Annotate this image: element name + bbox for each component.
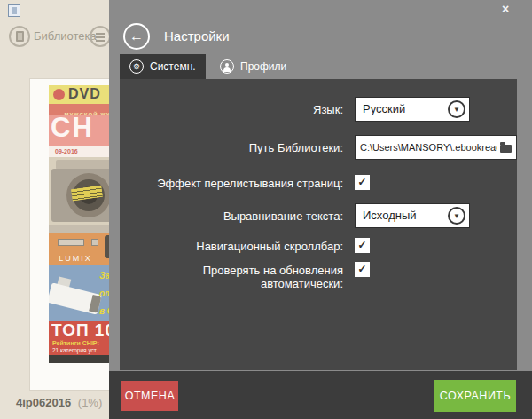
settings-form: Язык: Русский ▼ Путь Библиотеки: Эффект … [120, 79, 517, 370]
list-icon [96, 33, 105, 35]
cover-chip-badge-icon [53, 89, 65, 100]
check-icon: ✓ [357, 176, 366, 188]
cctv-camera [49, 282, 102, 314]
cover-issue-text: 09-2016 [55, 148, 78, 154]
text-align-label: Выравнивание текста: [120, 210, 343, 223]
book-caption: 4ip062016 (1%) [16, 396, 102, 409]
language-label: Язык: [120, 103, 343, 116]
dialog-title: Настройки [164, 28, 230, 43]
library-toolbar: Библиотека [0, 25, 109, 50]
close-icon[interactable]: × [497, 1, 513, 17]
cover-dvd-text: DVD [68, 86, 101, 102]
check-icon: ✓ [357, 239, 366, 251]
library-path-input[interactable] [356, 136, 516, 159]
auto-update-checkbox[interactable]: ✓ [355, 262, 370, 277]
book-icon [16, 31, 24, 42]
back-button[interactable]: ← [123, 23, 150, 50]
gears-icon: ⚙ [129, 59, 144, 74]
chevron-down-icon: ▼ [448, 207, 466, 225]
book-progress: (1%) [78, 396, 102, 409]
auto-update-label: Проверять на обновления автоматически: [120, 264, 343, 290]
ratings-text: Рейтинги CHIP: [52, 340, 99, 346]
tab-system[interactable]: ⚙ Системн. [120, 54, 206, 79]
list-view-button[interactable] [90, 26, 111, 47]
app-window: Библиотека DVD МУЖСКОЙ ЖУР СН 09-2016 OL… [0, 0, 532, 419]
tab-system-label: Системн. [150, 60, 196, 73]
tab-profiles[interactable]: Профили [210, 54, 296, 79]
top10-text: ТОП 10 [51, 321, 115, 340]
nav-scrollbar-label: Навигационный скроллбар: [120, 240, 343, 253]
save-button[interactable]: СОХРАНИТЬ [434, 380, 516, 412]
back-arrow-icon: ← [129, 28, 144, 44]
library-path-label: Путь Библиотеки: [120, 141, 343, 154]
check-icon: ✓ [357, 263, 366, 275]
lumix-brand-text: LUMIX [49, 254, 102, 263]
settings-dialog: × ← Настройки ⚙ Системн. Профили Язык: Р… [109, 0, 532, 419]
language-value: Русский [363, 98, 405, 121]
library-view-button[interactable] [9, 26, 30, 47]
book-title: 4ip062016 [16, 396, 71, 409]
cover-masthead-text: СН [51, 115, 94, 144]
dialog-footer: ОТМЕНА СОХРАНИТЬ [109, 371, 532, 419]
tab-profiles-label: Профили [240, 60, 286, 73]
categories-text: 21 категория уст [52, 347, 97, 353]
page-turn-checkbox[interactable]: ✓ [355, 175, 370, 190]
page-turn-label: Эффект перелистывания страниц: [120, 177, 343, 190]
folder-icon[interactable] [500, 145, 512, 153]
language-dropdown[interactable]: Русский ▼ [355, 97, 470, 122]
app-logo-icon [8, 4, 20, 17]
bottom-band-text: БОЛЬШЕ ИНФОРМ [49, 362, 118, 363]
nav-scrollbar-checkbox[interactable]: ✓ [355, 238, 370, 253]
library-path-field [355, 135, 517, 160]
person-icon [220, 59, 234, 74]
text-align-dropdown[interactable]: Исходный ▼ [355, 203, 470, 228]
library-button-label[interactable]: Библиотека [34, 29, 97, 43]
text-align-value: Исходный [363, 204, 417, 227]
cancel-button[interactable]: ОТМЕНА [121, 381, 178, 411]
chevron-down-icon: ▼ [448, 100, 466, 118]
